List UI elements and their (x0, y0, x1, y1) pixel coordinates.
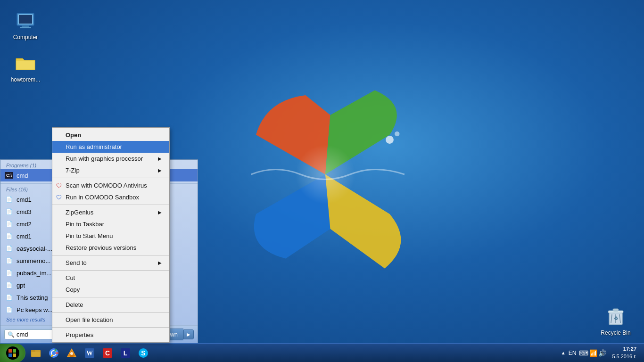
comodo-red-icon: 🛡 (55, 182, 63, 189)
taskbar-lollipop-icon[interactable]: L (117, 345, 134, 362)
ctx-item-properties[interactable]: Properties (52, 329, 169, 341)
ctx-separator-4 (52, 270, 169, 271)
svg-rect-19 (8, 354, 12, 357)
taskbar-explorer-icon[interactable] (27, 345, 44, 362)
file-icon-cmd1a: 📄 (4, 195, 14, 204)
svg-rect-17 (8, 349, 12, 353)
file-icon-summerno: 📄 (4, 256, 14, 265)
folder-icon-label: howtorem... (11, 76, 41, 83)
tray-expand-icon[interactable]: ▲ (561, 350, 566, 355)
desktop-icon-folder[interactable]: howtorem... (7, 52, 44, 83)
search-icon: 🔍 (8, 331, 15, 338)
computer-icon-label: Computer (13, 34, 38, 41)
ctx-separator-3 (52, 255, 169, 255)
cmd-program-icon: C:\ (4, 171, 14, 180)
shield-icon: 🛡 (55, 143, 63, 151)
recycle-bin-img: ♻ (604, 305, 627, 328)
open-icon (55, 132, 63, 139)
ctx-item-scan-comodo-label: Scan with COMODO Antivirus (66, 182, 147, 189)
desktop-icon-computer[interactable]: Computer (7, 9, 44, 41)
svg-point-1 (386, 136, 394, 144)
ctx-item-run-as-admin[interactable]: 🛡 Run as administrator (52, 141, 169, 153)
ctx-item-open[interactable]: Open (52, 129, 169, 141)
taskbar-chrome-icon[interactable] (45, 345, 62, 362)
ctx-item-pin-start[interactable]: Pin to Start Menu (52, 230, 169, 242)
ctx-item-7zip-label: 7-Zip (66, 167, 80, 174)
recycle-bin-label: Recycle Bin (601, 329, 630, 336)
taskbar-sys-icons: ▲ EN ⌨ 📶 🔊 (561, 349, 607, 357)
ctx-item-cut[interactable]: Cut (52, 272, 169, 284)
restore-prev-icon (55, 244, 63, 252)
ctx-item-7zip[interactable]: 7-Zip ▶ (52, 165, 169, 176)
desktop: Computer howtorem... (0, 0, 644, 362)
svg-text:W: W (86, 350, 93, 357)
ctx-item-pin-taskbar-label: Pin to Taskbar (66, 221, 104, 228)
svg-rect-20 (13, 354, 16, 357)
file-icon-this-setting: 📄 (4, 293, 14, 302)
cut-icon (55, 274, 63, 282)
properties-icon (55, 331, 63, 339)
volume-icon[interactable]: 🔊 (598, 349, 606, 357)
keyboard-icon[interactable]: ⌨ (579, 349, 588, 357)
ctx-item-scan-comodo[interactable]: 🛡 Scan with COMODO Antivirus (52, 180, 169, 191)
svg-rect-5 (22, 25, 29, 27)
svg-rect-6 (20, 27, 31, 28)
ctx-item-properties-label: Properties (66, 331, 93, 338)
taskbar-system-tray: ▲ EN ⌨ 📶 🔊 17:27 5.5.2016 г. (557, 346, 644, 360)
start-button[interactable] (0, 344, 25, 362)
ctx-item-zipgenius-label: ZipGenius (66, 209, 93, 216)
open-location-icon (55, 316, 63, 324)
taskbar-comodo-icon[interactable]: C (99, 345, 116, 362)
zipgenius-icon (55, 209, 63, 216)
taskbar-time: 17:27 (612, 346, 636, 353)
ctx-item-open-location-label: Open file location (66, 316, 113, 323)
svg-rect-26 (70, 355, 74, 357)
ctx-separator-7 (52, 327, 169, 328)
taskbar-clock[interactable]: 17:27 5.5.2016 г. (608, 346, 640, 360)
recycle-bin-icon[interactable]: ♻ Recycle Bin (597, 305, 635, 336)
shutdown-arrow-button[interactable]: ▶ (183, 329, 194, 339)
taskbar-vlc-icon[interactable] (63, 345, 80, 362)
svg-point-16 (6, 346, 19, 360)
ctx-item-delete[interactable]: Delete (52, 299, 169, 311)
svg-point-2 (395, 132, 400, 137)
ctx-item-run-comodo-sandbox[interactable]: 🛡 Run in COMODO Sandbox (52, 191, 169, 203)
zipgenius-arrow-icon: ▶ (158, 210, 162, 215)
ctx-item-pin-start-label: Pin to Start Menu (66, 232, 113, 239)
file-icon-gpt: 📄 (4, 280, 14, 290)
svg-text:S: S (141, 349, 145, 357)
ctx-separator-1 (52, 178, 169, 178)
lang-label: EN (567, 350, 578, 356)
pin-taskbar-icon (55, 221, 63, 228)
ctx-item-restore-prev[interactable]: Restore previous versions (52, 242, 169, 254)
ctx-separator-2 (52, 205, 169, 205)
svg-point-27 (70, 352, 73, 355)
ctx-item-restore-prev-label: Restore previous versions (66, 244, 136, 251)
svg-point-25 (52, 351, 56, 355)
ctx-separator-5 (52, 297, 169, 297)
pin-start-icon (55, 232, 63, 240)
ctx-item-open-location[interactable]: Open file location (52, 314, 169, 326)
svg-rect-22 (31, 350, 35, 352)
file-icon-cmd2: 📄 (4, 219, 14, 229)
ctx-item-copy[interactable]: Copy (52, 284, 169, 296)
comodo-blue-icon: 🛡 (55, 194, 63, 201)
ctx-item-open-label: Open (66, 132, 81, 139)
file-icon-cmd3: 📄 (4, 207, 14, 216)
svg-point-0 (296, 145, 355, 204)
computer-icon (14, 9, 37, 32)
7zip-arrow-icon: ▶ (158, 168, 162, 173)
svg-text:C: C (105, 349, 110, 357)
copy-icon (55, 286, 63, 294)
ctx-item-pin-taskbar[interactable]: Pin to Taskbar (52, 218, 169, 230)
ctx-item-send-to[interactable]: Send to ▶ (52, 257, 169, 269)
ctx-item-zipgenius[interactable]: ZipGenius ▶ (52, 206, 169, 218)
taskbar-word-icon[interactable]: W (81, 345, 98, 362)
ctx-item-run-as-admin-label: Run as administrator (66, 143, 122, 150)
ctx-item-run-with-gpu[interactable]: Run with graphics processor ▶ (52, 153, 169, 165)
taskbar-skype-icon[interactable]: S (135, 345, 152, 362)
file-icon-easysocial: 📄 (4, 244, 14, 253)
taskbar-date: 5.5.2016 г. (612, 353, 636, 360)
taskbar: W C L S (0, 343, 644, 362)
ctx-item-delete-label: Delete (66, 301, 83, 308)
